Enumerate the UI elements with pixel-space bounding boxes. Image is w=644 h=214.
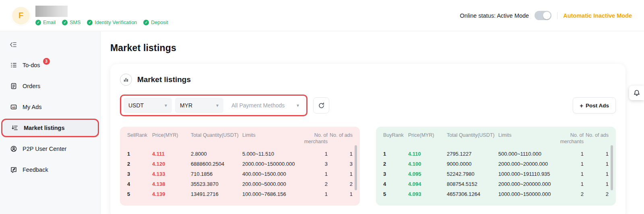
table-cell: 2.8000 (191, 151, 241, 157)
table-row: 34.133710.1856400.000~1500.00011 (127, 169, 353, 179)
sell-table: SellRankPrice(MYR)Total Quantity(USDT)Li… (120, 127, 360, 206)
asset-dropdown[interactable]: USDT ▾ (124, 98, 172, 113)
fiat-dropdown-value: MYR (180, 102, 192, 109)
verification-label: Identity Verification (95, 20, 137, 25)
table-cell: 1 (303, 151, 328, 157)
table-cell: 1 (127, 151, 151, 157)
table-cell: 1 (559, 151, 584, 157)
fiat-dropdown[interactable]: MYR ▾ (175, 98, 223, 113)
sidebar-collapse-button[interactable] (10, 41, 18, 48)
table-cell: 3 (383, 171, 407, 177)
table-cell: 710.1856 (191, 171, 241, 177)
sidebar-item-market-listings[interactable]: Market listings (1, 119, 99, 137)
column-header: Price(MYR) (152, 132, 189, 139)
chevron-down-icon: ▾ (216, 103, 219, 108)
check-icon: ✓ (87, 20, 93, 25)
price-cell: 4.138 (152, 181, 189, 187)
table-row: 14.1112.80005.000~11.51011 (127, 149, 353, 159)
table-cell: 5.000~11.510 (242, 151, 302, 157)
online-status-toggle[interactable] (535, 11, 551, 20)
table-cell: 2 (559, 191, 584, 197)
table-cell: 1 (329, 171, 353, 177)
table-row: 34.09552242.79801000.000~191110.93511 (383, 169, 609, 179)
table-cell: 2000.000~200000.000 (498, 181, 558, 187)
sidebar-item-orders[interactable]: Orders (0, 76, 100, 97)
table-cell: 2000.000~20000.000 (498, 161, 558, 167)
table-cell: 3 (303, 161, 328, 167)
table-cell: 2 (303, 181, 328, 187)
check-icon: ✓ (35, 20, 41, 25)
table-row: 44.094808754.51522000.000~200000.00011 (383, 179, 609, 189)
table-cell: 35523.3870 (191, 181, 241, 187)
svg-text:AD: AD (12, 106, 15, 109)
column-header: SellRank (127, 132, 151, 139)
column-header: No. of merchants (559, 132, 584, 145)
plus-icon: + (580, 102, 583, 109)
avatar[interactable]: F (12, 7, 30, 25)
page-body: To-dos 3 Orders AD My Ads (0, 31, 644, 214)
sidebar-item-todos[interactable]: To-dos 3 (0, 55, 100, 76)
my-ads-icon: AD (10, 103, 17, 111)
main-content: Market listings Market listings USDT ▾ (101, 31, 644, 214)
filter-row: USDT ▾ MYR ▾ All Payment Methods ▾ (120, 95, 616, 116)
automatic-inactive-mode-link[interactable]: Automatic Inactive Mode (563, 12, 632, 19)
sidebar-item-label: Feedback (23, 167, 48, 173)
table-cell: 6888600.2504 (191, 161, 241, 167)
filter-group-highlight-annotation: USDT ▾ MYR ▾ All Payment Methods ▾ (120, 95, 308, 116)
user-info: ✓ Email ✓ SMS ✓ Identity Verification ✓ … (35, 6, 168, 25)
price-cell: 4.095 (408, 171, 445, 177)
verification-email: ✓ Email (35, 20, 56, 25)
table-cell: 1 (559, 171, 584, 177)
price-cell: 4.093 (408, 191, 445, 197)
table-cell: 200.000~5000.000 (242, 181, 302, 187)
column-header: Price(MYR) (408, 132, 445, 139)
table-cell: 1 (559, 181, 584, 187)
online-status-label: Online status: Active Mode (460, 12, 529, 19)
table-cell: 5 (127, 191, 151, 197)
price-cell: 4.111 (152, 151, 189, 157)
feedback-icon (10, 166, 17, 174)
price-cell: 4.139 (152, 191, 189, 197)
card-header: Market listings (120, 74, 616, 86)
table-row: 54.0934657306.12641000.000~150000.00022 (383, 189, 609, 199)
collapse-icon (10, 41, 17, 48)
table-cell: 52242.7980 (447, 171, 497, 177)
table-cell: 4 (383, 181, 407, 187)
table-cell: 2 (585, 191, 609, 197)
sidebar-item-p2p-user-center[interactable]: P2P User Center (0, 138, 100, 159)
sidebar-item-feedback[interactable]: Feedback (0, 159, 100, 180)
announcement-bell-button[interactable] (629, 86, 644, 100)
table-cell: 2 (329, 181, 353, 187)
orders-icon (10, 82, 17, 90)
table-cell: 1 (585, 181, 609, 187)
check-icon: ✓ (143, 20, 149, 25)
payment-methods-dropdown[interactable]: All Payment Methods ▾ (227, 98, 304, 113)
buy-table-scrollbar[interactable] (611, 145, 613, 190)
page-title: Market listings (110, 43, 625, 54)
table-cell: 2795.1227 (447, 151, 497, 157)
post-ads-button[interactable]: + Post Ads (573, 97, 616, 113)
sidebar-item-my-ads[interactable]: AD My Ads (0, 97, 100, 117)
table-cell: 1000.000~191110.935 (498, 171, 558, 177)
table-cell: 808754.5152 (447, 181, 497, 187)
chevron-down-icon: ▾ (297, 103, 299, 108)
table-row: 24.1009000.00002000.000~20000.00011 (383, 159, 609, 169)
refresh-icon (318, 102, 325, 109)
todos-badge: 3 (43, 58, 50, 65)
table-cell: 3 (329, 161, 353, 167)
table-cell: 1 (559, 161, 584, 167)
app-window: F ✓ Email ✓ SMS ✓ Identity Verification … (0, 0, 644, 214)
table-cell: 1 (585, 151, 609, 157)
table-cell: 1 (303, 191, 328, 197)
table-row: 24.1206888600.25042000.000~150000.00033 (127, 159, 353, 169)
sell-table-body: 14.1112.80005.000~11.5101124.1206888600.… (127, 149, 353, 199)
top-header: F ✓ Email ✓ SMS ✓ Identity Verification … (0, 0, 644, 31)
payment-dropdown-value: All Payment Methods (231, 102, 285, 109)
table-cell: 3 (127, 171, 151, 177)
refresh-button[interactable] (313, 97, 329, 113)
sell-table-scrollbar[interactable] (355, 145, 357, 190)
table-cell: 1 (585, 161, 609, 167)
market-listings-icon (11, 124, 19, 132)
divider (557, 12, 557, 19)
card-title: Market listings (137, 75, 191, 84)
